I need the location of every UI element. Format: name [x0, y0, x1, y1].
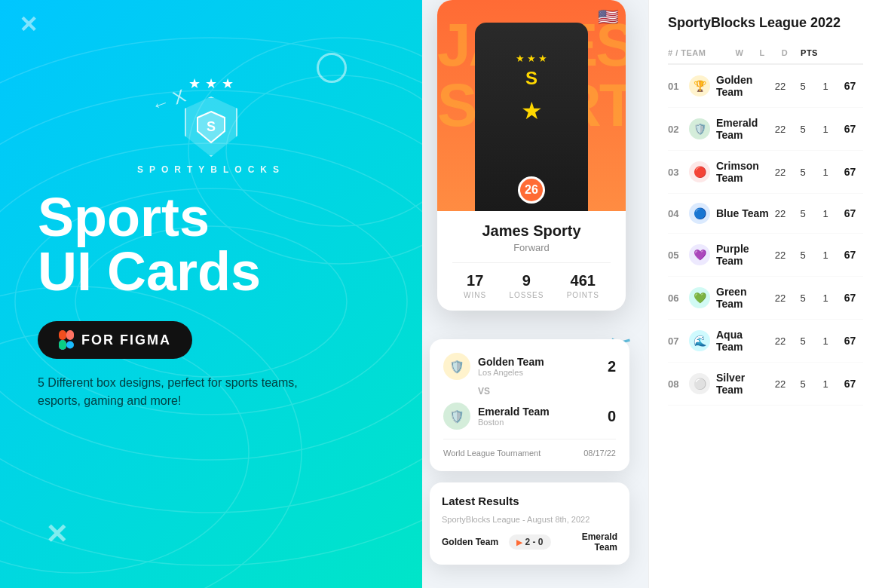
- stat-d: 1: [814, 250, 837, 261]
- header-w: W: [728, 48, 751, 57]
- svg-text:S: S: [207, 119, 216, 134]
- stat-d: 1: [814, 378, 837, 390]
- team-badge: 🔵: [689, 203, 710, 224]
- stat-pts: 67: [837, 207, 863, 219]
- stat-w: 22: [769, 335, 792, 347]
- stat-w: 22: [769, 167, 792, 178]
- main-title: Sports UI Cards: [38, 190, 384, 299]
- table-row: 03 🔴 Crimson Team 22 5 1 67: [668, 151, 863, 194]
- logo-area: ★ ★ ★ S SPORTYBLOCKS: [38, 75, 384, 175]
- team-badge: 🛡️: [689, 118, 710, 139]
- team1-score: 2: [608, 358, 616, 375]
- team2-icon: 🛡️: [443, 403, 470, 430]
- team-num: 04: [668, 208, 689, 219]
- table-header: # / TEAM W L D PTS: [668, 42, 863, 65]
- figma-badge[interactable]: FOR FIGMA: [38, 321, 192, 359]
- stat-d: 1: [814, 124, 837, 135]
- team-badge: ⚪: [689, 373, 710, 394]
- team1-info: Golden Team Los Angeles: [478, 356, 600, 377]
- stat-d: 1: [814, 81, 837, 92]
- stat-l: 5: [792, 378, 814, 390]
- team-name: Silver Team: [716, 372, 769, 396]
- player-card-image: 🇺🇸 JAMESSPORT ★ ★ ★ S ★ 26: [437, 0, 626, 211]
- stat-wins: 17 WINS: [464, 272, 486, 299]
- shield-logo: S: [185, 96, 237, 157]
- stat-l: 5: [792, 250, 814, 261]
- match-date: 08/17/22: [583, 449, 616, 458]
- deco-x-bottom: ✕: [45, 519, 68, 550]
- team-num: 08: [668, 378, 689, 390]
- left-panel: ✕ ← X ★ ★ ★ S SPORTYBLOCKS Sports UI Car…: [0, 0, 422, 588]
- header-d: D: [773, 48, 796, 57]
- results-title: Latest Results: [442, 495, 617, 507]
- team2-info: Emerald Team Boston: [478, 406, 600, 427]
- stat-l: 5: [792, 124, 814, 135]
- stat-pts: 67: [837, 249, 863, 261]
- stat-losses: 9 LOSSES: [509, 272, 544, 299]
- stat-pts: 67: [837, 292, 863, 304]
- table-row: 04 🔵 Blue Team 22 5 1 67: [668, 194, 863, 234]
- stat-l: 5: [792, 292, 814, 304]
- team1-icon: 🛡️: [443, 353, 470, 380]
- stat-d: 1: [814, 335, 837, 347]
- brand-text: SPORTYBLOCKS: [137, 164, 285, 175]
- stat-pts: 67: [837, 378, 863, 390]
- team-name: Blue Team: [716, 207, 769, 219]
- stat-w: 22: [769, 250, 792, 261]
- result-team2: Emerald Team: [557, 531, 618, 553]
- stat-d: 1: [814, 208, 837, 219]
- stat-pts: 67: [837, 80, 863, 92]
- results-card: Latest Results SportyBlocks League - Aug…: [430, 482, 629, 565]
- stat-w: 22: [769, 124, 792, 135]
- team2-row: 🛡️ Emerald Team Boston 0: [443, 403, 616, 430]
- team-num: 06: [668, 292, 689, 304]
- table-row: 08 ⚪ Silver Team 22 5 1 67: [668, 363, 863, 406]
- stat-w: 22: [769, 81, 792, 92]
- player-position: Forward: [452, 242, 611, 253]
- star-3: ★: [222, 75, 234, 92]
- league-title: SportyBlocks League 2022: [668, 15, 863, 31]
- subtitle-text: 5 Different box designs, perfect for spo…: [38, 374, 324, 410]
- svg-rect-11: [66, 330, 74, 340]
- number-badge: 26: [518, 176, 545, 204]
- team-name: Green Team: [716, 286, 769, 310]
- team-name: Purple Team: [716, 243, 769, 267]
- result-score: 2 - 0: [525, 537, 544, 547]
- stat-w: 22: [769, 378, 792, 390]
- table-row: 06 💚 Green Team 22 5 1 67: [668, 277, 863, 320]
- star-1: ★: [188, 75, 201, 92]
- figma-icon: [59, 330, 74, 350]
- team-badge: 💜: [689, 244, 710, 265]
- stat-pts: 67: [837, 166, 863, 178]
- table-row: 07 🌊 Aqua Team 22 5 1 67: [668, 320, 863, 363]
- middle-panel: 🇺🇸 JAMESSPORT ★ ★ ★ S ★ 26 James Sporty …: [422, 0, 648, 588]
- result-team1: Golden Team: [442, 537, 503, 547]
- svg-rect-10: [59, 330, 66, 340]
- teams-list: 01 🏆 Golden Team 22 5 1 67 02 🛡️ Emerald…: [668, 65, 863, 406]
- vs-row: VS: [443, 380, 616, 403]
- right-panel: SportyBlocks League 2022 # / TEAM W L D …: [648, 0, 882, 588]
- star-2: ★: [205, 75, 217, 92]
- vs-text: VS: [478, 386, 490, 397]
- table-row: 05 💜 Purple Team 22 5 1 67: [668, 234, 863, 277]
- svg-point-6: [0, 332, 249, 573]
- table-row: 01 🏆 Golden Team 22 5 1 67: [668, 65, 863, 108]
- team2-city: Boston: [478, 418, 600, 427]
- stat-l: 5: [792, 167, 814, 178]
- header-pts: PTS: [796, 48, 822, 57]
- stat-points: 461 POINTS: [567, 272, 599, 299]
- team-num: 02: [668, 124, 689, 135]
- stat-l: 5: [792, 335, 814, 347]
- stat-d: 1: [814, 292, 837, 304]
- player-info: James Sporty Forward 17 WINS 9 LOSSES 46…: [437, 211, 626, 311]
- team-num: 07: [668, 335, 689, 347]
- header-num: # / TEAM: [668, 48, 728, 57]
- stat-l: 5: [792, 81, 814, 92]
- stat-l: 5: [792, 208, 814, 219]
- deco-x-topleft: ✕: [19, 11, 38, 38]
- player-stats: 17 WINS 9 LOSSES 461 POINTS: [452, 262, 611, 299]
- stat-pts: 67: [837, 123, 863, 135]
- player-name: James Sporty: [452, 222, 611, 240]
- stat-w: 22: [769, 208, 792, 219]
- team-num: 03: [668, 167, 689, 178]
